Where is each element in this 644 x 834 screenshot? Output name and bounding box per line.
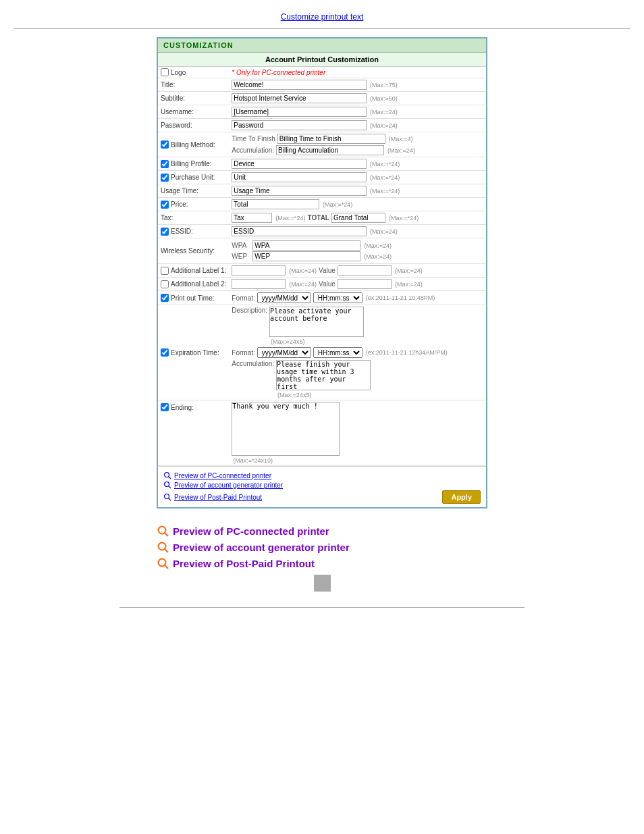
preview-post-paid-icon <box>157 557 169 569</box>
svg-point-4 <box>165 494 169 499</box>
print-time-format1-select[interactable]: yyyy/MM/dd <box>257 292 311 303</box>
essid-checkbox-label[interactable]: ESSID: <box>161 228 226 236</box>
price-input[interactable] <box>232 199 319 209</box>
customization-panel: CUSTOMIZATION Account Printout Customiza… <box>157 37 487 509</box>
add-label1-value-input[interactable] <box>338 265 392 276</box>
expiry-checkbox[interactable] <box>161 348 169 357</box>
add-label1-checkbox[interactable] <box>161 267 169 275</box>
price-checkbox-label[interactable]: Price: <box>161 201 226 209</box>
purchase-unit-input[interactable] <box>232 172 367 182</box>
expiry-desc-textarea[interactable]: Please activate your account before <box>269 307 364 337</box>
ending-max: (Max:=*24x10) <box>233 457 483 464</box>
preview-pc-printer-link[interactable]: Preview of PC-connected printer <box>173 525 329 537</box>
ending-textarea[interactable]: Thank you very much ! <box>232 402 340 456</box>
add-label2-max: (Max:=24) <box>289 281 317 288</box>
add-label2-input[interactable] <box>232 279 286 289</box>
section-title: CUSTOMIZATION <box>158 38 486 53</box>
add-label2-checkbox-label[interactable]: Additional Label 2: <box>161 280 226 288</box>
print-time-checkbox-label[interactable]: Print out Time: <box>161 294 226 302</box>
form-table: Logo * Only for PC-connected printer Tit… <box>158 67 486 466</box>
billing-method-label: Billing Method: <box>171 141 215 149</box>
password-label: Password: <box>158 119 229 132</box>
svg-line-1 <box>169 477 171 479</box>
usage-time-input[interactable] <box>232 186 367 196</box>
svg-line-3 <box>169 486 171 489</box>
purchase-unit-checkbox-label[interactable]: Purchase Unit: <box>161 174 226 182</box>
wep-input[interactable] <box>252 251 360 261</box>
logo-checkbox[interactable] <box>161 68 169 76</box>
billing-method-checkbox[interactable] <box>161 140 169 149</box>
apply-button[interactable]: Apply <box>442 490 481 504</box>
expiry-format2-select[interactable]: HH:mm:ss <box>313 347 363 358</box>
essid-checkbox[interactable] <box>161 228 169 236</box>
preview-post-paid-link[interactable]: Preview of Post-Paid Printout <box>173 558 315 569</box>
expiry-hint: (ex:2011-11-21 12h34AM/PM) <box>366 349 448 356</box>
format-label-2: Format: <box>232 349 254 357</box>
password-max: (Max:=24) <box>370 122 398 129</box>
ending-label: Ending: <box>171 404 194 411</box>
billing-profile-max: (Max:=*24) <box>370 161 400 167</box>
expiry-desc-max: (Max:=24x5) <box>271 338 364 345</box>
billing-time-to-finish-sublabel: Time To Finish <box>232 135 275 142</box>
billing-accumulation-input[interactable] <box>276 145 384 155</box>
wpa-input[interactable] <box>252 240 360 251</box>
footer-account-gen-icon <box>163 481 171 489</box>
title-input[interactable] <box>232 80 367 90</box>
logo-note: * Only for PC-connected printer <box>232 69 325 76</box>
expiry-checkbox-label[interactable]: Expiration Time: <box>161 348 226 357</box>
billing-profile-checkbox-label[interactable]: Billing Profile: <box>161 160 226 168</box>
print-time-checkbox[interactable] <box>161 294 169 302</box>
add-label1-checkbox-label[interactable]: Additional Label 1: <box>161 267 226 275</box>
svg-point-0 <box>165 473 169 477</box>
ending-checkbox-label[interactable]: Ending: <box>161 403 226 411</box>
svg-line-11 <box>165 565 168 569</box>
billing-profile-checkbox[interactable] <box>161 160 169 168</box>
expiry-label: Expiration Time: <box>171 349 219 357</box>
username-input[interactable] <box>232 107 367 117</box>
grand-total-input[interactable] <box>331 213 385 223</box>
billing-profile-label: Billing Profile: <box>171 160 212 167</box>
add-label1-input[interactable] <box>232 265 286 276</box>
title-label: Title: <box>158 78 229 92</box>
subtitle-max: (Max:=50) <box>370 95 398 102</box>
billing-method-checkbox-label[interactable]: Billing Method: <box>161 140 226 149</box>
preview-section: Preview of PC-connected printer Preview … <box>157 521 487 597</box>
svg-point-8 <box>159 543 166 550</box>
preview-account-gen-link[interactable]: Preview of account generator printer <box>173 542 350 553</box>
preview-account-gen-icon <box>157 541 169 553</box>
ending-checkbox[interactable] <box>161 403 169 411</box>
wpa-max: (Max:=24) <box>364 242 392 249</box>
customize-printout-link[interactable]: Customize printout text <box>281 12 364 22</box>
usage-time-max: (Max:=*24) <box>370 188 400 194</box>
add-label2-checkbox[interactable] <box>161 280 169 288</box>
billing-accumulation-max: (Max:=24) <box>387 147 415 154</box>
logo-checkbox-label[interactable]: Logo <box>161 68 226 76</box>
expiry-accumulation-textarea[interactable]: Please finish your usage time within 3 m… <box>276 360 371 390</box>
footer-pc-printer-link[interactable]: Preview of PC-connected printer <box>174 472 271 479</box>
add-label2-val-max: (Max:=24) <box>395 281 423 288</box>
footer-account-gen-link[interactable]: Preview of account generator printer <box>174 481 283 489</box>
billing-profile-input[interactable] <box>232 159 367 169</box>
wireless-security-label: Wireless Security: <box>158 238 229 264</box>
footer-pc-printer-icon <box>163 471 171 479</box>
username-max: (Max:=24) <box>370 109 398 115</box>
price-max: (Max:=*24) <box>323 201 352 208</box>
expiry-accumulation-max: (Max:=24x5) <box>277 392 371 398</box>
subtitle-input[interactable] <box>232 93 367 103</box>
tax-input[interactable] <box>232 213 272 223</box>
add-label2-value-hint: Value <box>319 280 336 288</box>
purchase-unit-checkbox[interactable] <box>161 174 169 182</box>
svg-point-10 <box>159 559 166 567</box>
add-label2-value-input[interactable] <box>338 279 392 289</box>
expiry-description-sublabel: Description: <box>232 307 267 314</box>
essid-input[interactable] <box>232 226 367 236</box>
preview-post-paid-row: Preview of Post-Paid Printout <box>157 557 487 569</box>
price-checkbox[interactable] <box>161 201 169 209</box>
customization-header: Account Printout Customization <box>158 53 486 67</box>
add-label2-label: Additional Label 2: <box>171 280 226 288</box>
expiry-format1-select[interactable]: yyyy/MM/dd <box>257 347 311 358</box>
footer-post-paid-link[interactable]: Preview of Post-Paid Printout <box>174 494 262 501</box>
password-input[interactable] <box>232 120 367 130</box>
print-time-format2-select[interactable]: HH:mm:ss <box>313 292 363 303</box>
billing-time-to-finish-input[interactable] <box>277 134 385 144</box>
